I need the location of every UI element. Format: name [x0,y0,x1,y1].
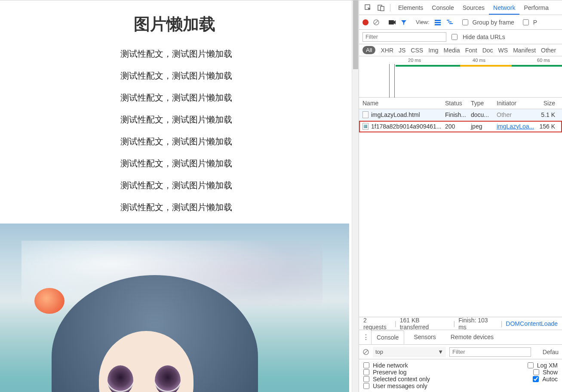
type-all[interactable]: All [362,46,375,54]
type-other[interactable]: Other [541,47,556,54]
test-paragraph: 测试性配文，测试图片懒加载 [120,92,349,104]
group-by-frame-label: Group by frame [473,19,514,26]
network-toolbar: View: Group by frame P [359,15,562,30]
row-initiator[interactable]: imgLazyLoa... [497,123,536,130]
opt-user-messages-only[interactable]: User messages only [363,383,427,389]
tab-performa[interactable]: Performa [519,1,553,15]
col-status[interactable]: Status [445,100,471,107]
summary-requests: 2 requests [363,317,391,331]
filter-bar: Hide data URLs [359,30,562,44]
type-doc[interactable]: Doc [482,47,493,54]
timeline-tick: 20 ms [359,58,424,63]
scrollbar[interactable] [352,0,359,392]
type-media[interactable]: Media [444,47,460,54]
test-paragraph: 测试性配文，测试图片懒加载 [120,136,349,147]
view-label: View: [416,19,430,25]
type-manifest[interactable]: Manifest [513,47,536,54]
drawer-tab-remote-devices[interactable]: Remote devices [445,331,499,344]
inspect-icon[interactable] [362,2,374,13]
svg-line-4 [375,21,378,24]
devtools-panel: ElementsConsoleSourcesNetworkPerforma Vi… [359,0,562,392]
checkbox[interactable] [533,376,539,382]
device-toggle-icon[interactable] [375,2,387,13]
tab-sources[interactable]: Sources [458,1,489,15]
row-type: docu... [471,111,497,118]
table-row[interactable]: 1f178a82b9014a909461...200jpegimgLazyLoa… [359,121,562,132]
opt-show[interactable]: Show [533,369,558,376]
test-paragraph: 测试性配文，测试图片懒加载 [120,202,349,213]
type-font[interactable]: Font [465,47,477,54]
col-type[interactable]: Type [471,100,497,107]
timeline[interactable]: 20 ms40 ms60 ms [359,56,562,98]
hide-data-urls-checkbox[interactable] [451,34,458,40]
type-filter-bar: All XHRJSCSSImgMediaFontDocWSManifestOth… [359,44,562,56]
type-xhr[interactable]: XHR [381,47,393,54]
test-paragraph: 测试性配文，测试图片懒加载 [120,114,349,126]
row-size: 5.1 K [536,111,558,118]
clear-icon[interactable] [373,19,380,26]
tab-console[interactable]: Console [427,1,458,15]
drawer-tab-sensors[interactable]: Sensors [408,331,441,344]
row-name: imgLazyLoad.html [371,111,420,118]
filter-icon[interactable] [400,19,407,26]
kebab-icon[interactable]: ⋮ [362,333,370,341]
drawer: ⋮ ConsoleSensorsRemote devices top ▼ Def… [359,330,562,392]
table-row[interactable]: imgLazyLoad.htmlFinish...docu...Other5.1… [359,109,562,121]
summary-finish: Finish: 103 ms [458,317,498,331]
record-button[interactable] [362,19,369,25]
context-select[interactable]: top ▼ [373,347,446,357]
opt-autoc[interactable]: Autoc [533,376,558,383]
tab-elements[interactable]: Elements [394,1,427,15]
col-size[interactable]: Size [536,100,558,107]
col-initiator[interactable]: Initiator [497,100,536,107]
summary-transferred: 161 KB transferred [400,317,450,331]
drawer-options: Hide networkLog XMPreserve logShowSelect… [359,359,562,392]
type-ws[interactable]: WS [498,47,508,54]
svg-rect-2 [381,6,384,11]
scrollbar-thumb[interactable] [353,0,358,69]
p-label: P [533,19,537,26]
group-by-frame-checkbox[interactable] [462,19,468,25]
drawer-tab-console[interactable]: Console [371,331,404,344]
network-table: Name Status Type Initiator Size imgLazyL… [359,98,562,317]
filter-input[interactable] [362,32,446,42]
svg-rect-7 [435,22,441,23]
type-js[interactable]: JS [399,47,405,54]
console-filter-input[interactable] [449,347,531,357]
type-css[interactable]: CSS [411,47,423,54]
svg-rect-6 [435,20,441,21]
opt-log-xm[interactable]: Log XM [528,362,558,369]
opt-selected-context-only[interactable]: Selected context only [363,376,430,383]
checkbox[interactable] [363,383,369,389]
row-type: jpeg [471,123,497,130]
svg-rect-10 [448,21,451,22]
svg-rect-8 [435,24,441,25]
svg-rect-5 [389,20,394,24]
timeline-tick: 40 ms [424,58,488,63]
chevron-down-icon: ▼ [438,349,443,355]
checkbox[interactable] [528,362,534,368]
opt-preserve-log[interactable]: Preserve log [363,369,407,376]
large-rows-icon[interactable] [434,18,442,26]
checkbox[interactable] [533,369,539,375]
tab-network[interactable]: Network [489,1,519,15]
test-paragraph: 测试性配文，测试图片懒加载 [120,70,349,82]
row-status: Finish... [445,111,471,118]
preserve-log-checkbox[interactable] [523,19,529,25]
camera-icon[interactable] [388,19,396,25]
waterfall-icon[interactable] [446,18,454,26]
test-paragraph: 测试性配文，测试图片懒加载 [120,48,349,60]
checkbox[interactable] [363,362,369,368]
svg-line-13 [364,350,368,354]
checkbox[interactable] [363,369,369,375]
drawer-tabs: ⋮ ConsoleSensorsRemote devices [359,330,562,345]
hero-image [0,224,349,392]
image-icon [362,123,369,130]
checkbox[interactable] [363,376,369,382]
type-img[interactable]: Img [428,47,438,54]
row-name: 1f178a82b9014a909461... [371,123,442,130]
opt-hide-network[interactable]: Hide network [363,362,408,369]
default-levels[interactable]: Defau [543,349,559,355]
clear-console-icon[interactable] [362,349,369,355]
col-name[interactable]: Name [359,100,445,107]
